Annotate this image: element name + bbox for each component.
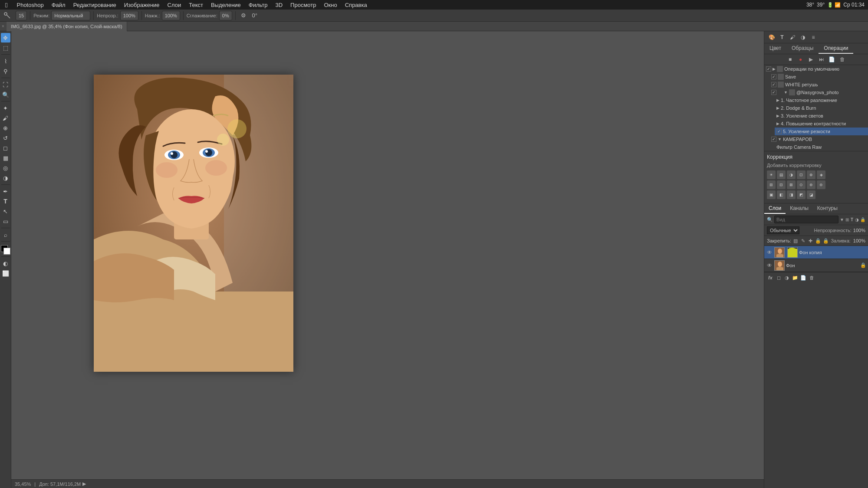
photo-filter-icon[interactable]: ⊠: [787, 180, 796, 189]
stop-btn[interactable]: ■: [787, 56, 794, 63]
channel-mixer-icon[interactable]: ⊙: [797, 180, 806, 189]
menu-help[interactable]: Справка: [341, 2, 371, 8]
opacity-value[interactable]: 100%: [853, 228, 865, 233]
layer-adj-btn[interactable]: ◑: [855, 216, 859, 223]
menu-file[interactable]: Файл: [48, 2, 69, 8]
quick-mask-tool[interactable]: ◐: [1, 259, 10, 268]
quick-selection-tool[interactable]: ⚲: [1, 66, 10, 76]
lasso-tool[interactable]: ⌇: [1, 56, 10, 66]
fx-btn[interactable]: fx: [767, 274, 774, 281]
op-usil-svetov[interactable]: ▶ 3. Усиление светов: [775, 112, 868, 120]
apple-menu[interactable]: : [0, 1, 13, 9]
brightness-icon[interactable]: ☀: [767, 170, 776, 179]
clone-stamp-tool[interactable]: ⊕: [1, 123, 10, 133]
settings-icon[interactable]: ⚙: [239, 11, 248, 20]
layer-fon[interactable]: 👁 Фон 🔒: [764, 259, 868, 272]
layer-lock-btn[interactable]: 🔒: [860, 216, 865, 223]
posterize-icon[interactable]: ▣: [767, 190, 776, 199]
record-btn[interactable]: ●: [797, 56, 804, 63]
history-brush-tool[interactable]: ↺: [1, 133, 10, 143]
op-save[interactable]: ✓ Save: [769, 73, 868, 81]
hsl-icon[interactable]: ◈: [817, 170, 825, 179]
lock-position-btn[interactable]: ✎: [800, 237, 806, 244]
statusbar-arrow[interactable]: ▶: [82, 481, 86, 487]
new-group-btn[interactable]: 📁: [792, 274, 799, 281]
eyedropper-tool[interactable]: 🔍: [1, 90, 10, 99]
tab-color[interactable]: Цвет: [764, 43, 786, 54]
pen-tool[interactable]: ✒: [1, 187, 10, 196]
tab-close-btn[interactable]: ×: [2, 24, 4, 29]
panel-settings-icon[interactable]: ≡: [809, 33, 818, 42]
gradient-tool[interactable]: ▦: [1, 153, 10, 163]
layer-eye-fon-kopiya[interactable]: 👁: [766, 249, 773, 255]
document-tab[interactable]: IMG_6633.jpg @ 35,4% (Фон копия, Слой-ма…: [7, 22, 127, 31]
crop-tool[interactable]: ⛶: [1, 80, 10, 89]
pressure-input[interactable]: 100%: [162, 11, 180, 20]
add-mask-btn[interactable]: ◻: [775, 274, 782, 281]
op-dodge-burn[interactable]: ▶ 2. Dodge & Burn: [775, 104, 868, 112]
delete-action-btn[interactable]: 🗑: [839, 56, 846, 63]
brush-size[interactable]: 15: [16, 11, 27, 20]
op-white-retush[interactable]: ✓ WHITE ретушь: [769, 81, 868, 88]
layers-search-input[interactable]: [774, 216, 838, 223]
levels-icon[interactable]: ▤: [777, 170, 786, 179]
menu-window[interactable]: Окно: [320, 2, 341, 8]
tab-swatches[interactable]: Образцы: [786, 43, 819, 54]
healing-brush-tool[interactable]: ✦: [1, 103, 10, 113]
menu-layers[interactable]: Слои: [164, 2, 185, 8]
layer-filter-btn1[interactable]: ▼: [840, 216, 844, 223]
color-balance-icon[interactable]: ⊞: [767, 180, 776, 189]
move-tool[interactable]: ✥: [1, 33, 10, 43]
path-selection-tool[interactable]: ↖: [1, 206, 10, 216]
op-kamerarov[interactable]: ✓ ▼ КАМЕРАРОВ: [769, 135, 868, 143]
new-layer-btn[interactable]: 📄: [800, 274, 807, 281]
zoom-tool[interactable]: ⌕: [1, 230, 10, 239]
step-fwd-btn[interactable]: ⏭: [818, 56, 825, 63]
layer-fon-kopiya[interactable]: 👁 Фон копия: [764, 246, 868, 259]
selective-color-icon[interactable]: ◩: [797, 190, 806, 199]
vibrance-icon[interactable]: ⊕: [807, 170, 815, 179]
op-usil-rezkosti[interactable]: ✓ 5. Усиление резкости: [775, 128, 868, 135]
color-lookup-icon[interactable]: ⊛: [807, 180, 815, 189]
fill-value[interactable]: 100%: [853, 238, 865, 243]
lock-pixels-btn[interactable]: ▨: [793, 237, 799, 244]
smooth-input[interactable]: 0%: [219, 11, 232, 20]
eraser-tool[interactable]: ◻: [1, 143, 10, 153]
menu-3d[interactable]: 3D: [271, 2, 286, 8]
menu-view[interactable]: Просмотр: [286, 2, 320, 8]
adjustment-icon[interactable]: ◑: [798, 33, 808, 42]
bw-icon[interactable]: ⊟: [777, 180, 786, 189]
lock-artboard-btn[interactable]: ✚: [808, 237, 813, 244]
mode-select[interactable]: Нормальный: [51, 11, 90, 20]
layer-txt-btn[interactable]: T: [850, 216, 854, 223]
menu-filter[interactable]: Фильтр: [245, 2, 272, 8]
text-tool[interactable]: T: [1, 197, 10, 206]
op-default-actions[interactable]: ✓ ▶ Операции по умолчанию: [764, 65, 868, 73]
brush-tool[interactable]: 🖌: [1, 113, 10, 123]
threshold-icon[interactable]: ◧: [777, 190, 786, 199]
color-picker-icon[interactable]: 🎨: [767, 33, 776, 42]
color-swatches[interactable]: [1, 245, 10, 255]
op-povysh-kontr[interactable]: ▶ 4. Повышение контрастности: [775, 120, 868, 128]
rectangular-marquee-tool[interactable]: ⬚: [1, 43, 10, 52]
menu-image[interactable]: Изображение: [120, 2, 164, 8]
exposure-icon[interactable]: ⊡: [797, 170, 806, 179]
menu-text[interactable]: Текст: [185, 2, 207, 8]
background-color[interactable]: [3, 248, 10, 255]
op-filter-camera[interactable]: Фильтр Camera Raw: [775, 143, 868, 151]
lock-all-btn[interactable]: 🔒: [815, 237, 821, 244]
lock-extra-btn[interactable]: 🔒: [823, 237, 829, 244]
opacity-input[interactable]: 100%: [120, 11, 138, 20]
gradient-map-icon[interactable]: ◨: [787, 190, 796, 199]
type-tool-icon[interactable]: T: [777, 33, 787, 42]
tab-channels[interactable]: Каналы: [786, 203, 813, 214]
op-chastotnoe[interactable]: ▶ 1. Частотное разложение: [775, 96, 868, 104]
shape-tool[interactable]: ▭: [1, 216, 10, 226]
menu-edit[interactable]: Редактирование: [69, 2, 120, 8]
adjustment-layer-btn[interactable]: ◑: [783, 274, 790, 281]
tab-paths[interactable]: Контуры: [813, 203, 842, 214]
invert-icon[interactable]: ⊜: [817, 180, 825, 189]
brush-panel-icon[interactable]: 🖌: [788, 33, 797, 42]
menu-photoshop[interactable]: Photoshop: [13, 2, 47, 8]
blend-mode-select[interactable]: Обычные: [767, 226, 799, 234]
